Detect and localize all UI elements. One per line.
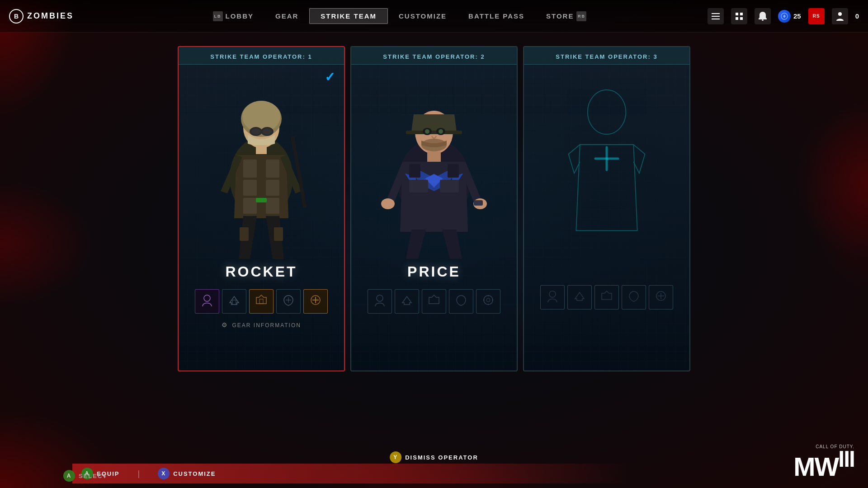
cp-amount: 0 <box>855 12 859 20</box>
currency-icon <box>778 10 791 23</box>
svg-rect-21 <box>243 180 257 196</box>
tab-gear-label: GEAR <box>275 12 298 20</box>
operator-card-2[interactable]: STRIKE TEAM OPERATOR: 2 <box>350 46 518 371</box>
nav-tabs: LB LOBBY GEAR STRIKE TEAM CUSTOMIZE BATT… <box>92 8 708 25</box>
svg-point-56 <box>549 291 556 297</box>
nav-right: 25 RS 0 <box>708 8 859 24</box>
menu-icon-btn[interactable] <box>708 8 724 24</box>
gear-slot-1-2[interactable] <box>222 289 246 314</box>
back-button[interactable]: B ZOMBIES <box>9 9 74 23</box>
svg-rect-22 <box>266 180 279 196</box>
gear-slot-3-1[interactable] <box>540 285 565 310</box>
gear-slot-3-2-icon <box>573 290 586 305</box>
bell-icon-btn[interactable] <box>755 8 771 24</box>
card-2-operator-name: PRICE <box>351 259 517 286</box>
svg-rect-0 <box>712 13 720 14</box>
gear-slot-1-1[interactable] <box>195 289 219 314</box>
card-1-operator-name: ROCKET <box>179 259 344 286</box>
svg-rect-45 <box>440 180 450 192</box>
lobby-badge: LB <box>213 11 223 21</box>
cod-logo-small: CALL OF DUTY. <box>793 444 854 449</box>
price-operator-svg <box>366 65 502 259</box>
gear-slot-3-3-icon <box>600 290 613 305</box>
svg-point-47 <box>381 198 395 209</box>
gear-slot-2-4[interactable] <box>449 289 473 314</box>
card-1-gear-info-label: GEAR INFORMATION <box>232 322 301 328</box>
menu-icon <box>712 13 720 19</box>
tab-customize[interactable]: CUSTOMIZE <box>388 9 458 23</box>
gear-slot-2-4-icon <box>455 294 467 309</box>
currency-amount: 25 <box>793 12 801 20</box>
svg-point-51 <box>484 296 493 305</box>
gear-slot-3-4[interactable] <box>622 285 646 310</box>
cp-display: 0 <box>855 12 859 20</box>
card-2-gear-slots <box>351 286 517 317</box>
back-btn-circle: B <box>9 9 24 23</box>
svg-rect-49 <box>474 200 483 206</box>
svg-rect-30 <box>259 299 263 304</box>
rocket-operator-svg <box>203 65 320 259</box>
card-2-image-area <box>351 65 517 259</box>
card-1-gear-info[interactable]: ⚙ GEAR INFORMATION <box>179 317 344 333</box>
card-2-header-text: STRIKE TEAM OPERATOR: 2 <box>383 53 485 60</box>
svg-rect-1 <box>712 16 720 17</box>
gear-slot-1-5-icon <box>309 294 322 309</box>
gear-slot-2-5[interactable] <box>476 289 500 314</box>
currency-display: 25 <box>778 10 801 23</box>
gear-slot-1-4[interactable] <box>276 289 301 314</box>
svg-rect-7 <box>762 19 764 21</box>
svg-rect-4 <box>740 13 743 15</box>
svg-rect-20 <box>266 160 279 178</box>
person-icon-btn[interactable] <box>832 8 848 24</box>
svg-rect-27 <box>240 227 249 241</box>
navbar: B ZOMBIES LB LOBBY GEAR STRIKE TEAM CUST… <box>0 0 868 33</box>
tab-strike-team[interactable]: STRIKE TEAM <box>309 8 388 24</box>
card-1-gear-slots <box>179 286 344 317</box>
gear-slot-3-2[interactable] <box>567 285 592 310</box>
gear-slot-2-5-icon <box>482 294 495 309</box>
cod-logo: CALL OF DUTY. MWIII <box>793 444 854 479</box>
gear-slot-1-4-icon <box>282 294 295 309</box>
gear-slot-3-5-icon <box>655 290 667 305</box>
card-1-header: STRIKE TEAM OPERATOR: 1 <box>179 47 344 65</box>
svg-point-38 <box>425 129 429 134</box>
gear-slot-3-5[interactable] <box>649 285 673 310</box>
add-operator-icon <box>591 143 623 181</box>
gear-slot-1-2-icon <box>228 294 241 309</box>
gear-slot-1-5[interactable] <box>303 289 328 314</box>
svg-rect-44 <box>418 180 428 192</box>
svg-point-16 <box>251 128 260 135</box>
gear-slot-1-3[interactable] <box>249 289 274 314</box>
svg-rect-5 <box>736 17 738 20</box>
operator-card-3[interactable]: STRIKE TEAM OPERATOR: 3 <box>523 46 690 371</box>
operator-card-1[interactable]: STRIKE TEAM OPERATOR: 1 ✓ <box>178 46 345 371</box>
gear-slot-2-3[interactable] <box>422 289 446 314</box>
gear-slot-2-2[interactable] <box>395 289 419 314</box>
tab-lobby-label: LOBBY <box>226 12 254 20</box>
tab-store[interactable]: STORE RB <box>535 8 597 25</box>
svg-rect-43 <box>409 180 419 192</box>
profile-badge[interactable]: RS <box>808 8 825 24</box>
card-3-header-text: STRIKE TEAM OPERATOR: 3 <box>556 53 657 60</box>
svg-rect-46 <box>449 180 459 192</box>
game-title: ZOMBIES <box>27 11 74 21</box>
svg-point-39 <box>439 129 443 134</box>
svg-rect-25 <box>256 198 267 202</box>
gear-slot-3-1-icon <box>546 290 559 305</box>
svg-rect-19 <box>243 160 257 178</box>
gear-slot-3-3[interactable] <box>594 285 619 310</box>
tab-gear[interactable]: GEAR <box>264 9 309 23</box>
gear-slot-2-1[interactable] <box>368 289 392 314</box>
tab-strike-team-label: STRIKE TEAM <box>321 12 377 20</box>
gear-slot-2-3-icon <box>428 294 440 309</box>
gear-slot-2-1-icon <box>373 294 386 309</box>
tab-battle-pass[interactable]: BATTLE PASS <box>458 9 535 23</box>
svg-rect-41 <box>409 164 420 178</box>
gear-slot-1-1-icon <box>201 294 213 309</box>
grid-icon-btn[interactable] <box>731 8 747 24</box>
card-3-gear-slots <box>524 282 689 313</box>
card-1-header-text: STRIKE TEAM OPERATOR: 1 <box>210 53 312 60</box>
back-btn-label: B <box>14 13 19 20</box>
svg-rect-42 <box>448 164 459 178</box>
tab-lobby[interactable]: LB LOBBY <box>202 8 265 25</box>
